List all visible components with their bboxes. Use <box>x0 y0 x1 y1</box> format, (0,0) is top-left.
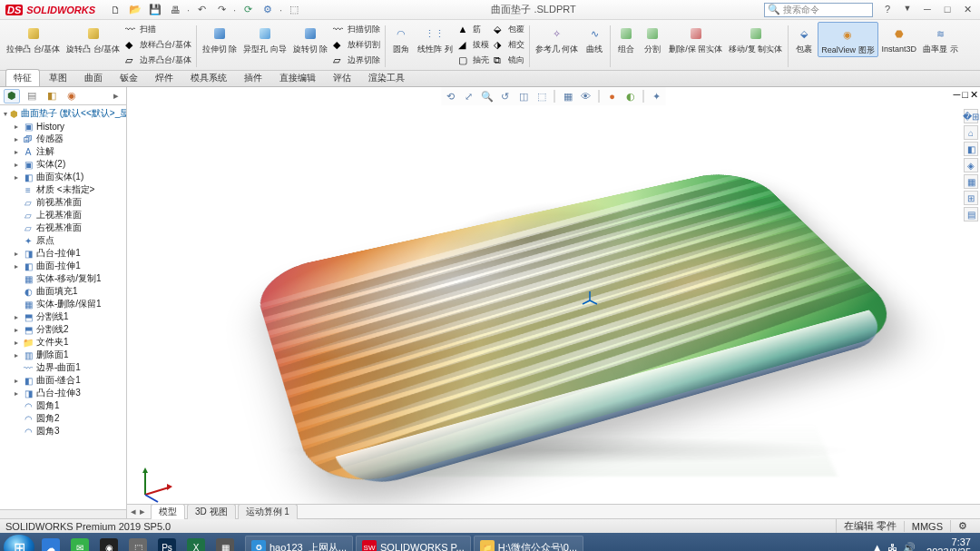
tree-item[interactable]: ▸▣实体(2) <box>0 158 126 171</box>
tree-collapse[interactable]: ▸ <box>110 90 122 102</box>
mtab-3dview[interactable]: 3D 视图 <box>187 504 236 519</box>
taskpane-btn-3[interactable]: ◈ <box>964 158 978 172</box>
tree-item[interactable]: ◠圆角1 <box>0 399 126 412</box>
cmd-extrude-cut[interactable]: 拉伸切 除 <box>200 22 240 55</box>
hud-section-icon[interactable]: ◫ <box>516 89 531 103</box>
pin-app1[interactable]: ⬚ <box>124 536 152 551</box>
pin-baidu[interactable]: ☁ <box>37 536 64 551</box>
cmd-rib[interactable]: ▲筋 <box>458 22 489 37</box>
tree-item[interactable]: ▦实体-删除/保留1 <box>0 298 126 310</box>
cmd-curves[interactable]: ∿曲线 <box>582 22 607 55</box>
cmd-curvature[interactable]: ≋曲率显 示 <box>920 22 961 55</box>
mtab-model[interactable]: 模型 <box>151 504 185 519</box>
hud-scene-icon[interactable]: ◐ <box>623 89 638 103</box>
hud-zoom-fit-icon[interactable]: ⤢ <box>462 89 476 103</box>
qat-save[interactable]: 💾 <box>146 2 164 18</box>
hud-view-orient-icon[interactable]: ⬚ <box>534 89 549 103</box>
doc-close[interactable]: ✕ <box>970 89 978 101</box>
qat-select[interactable]: ⬚ <box>285 2 303 18</box>
tree-item[interactable]: ▸▣History <box>0 120 126 133</box>
task-explorer[interactable]: 📁H:\微信公众号\0... <box>474 536 583 551</box>
tree-item[interactable]: ◐曲面填充1 <box>0 285 126 298</box>
tab-1[interactable]: 草图 <box>41 69 75 86</box>
tree-item[interactable]: ✦原点 <box>0 234 126 247</box>
status-units[interactable]: MMGS <box>904 521 950 532</box>
tree-item[interactable]: 〰边界-曲面1 <box>0 361 126 374</box>
hud-display-style-icon[interactable]: ▦ <box>561 89 575 103</box>
task-solidworks[interactable]: SWSOLIDWORKS P... <box>356 536 471 551</box>
taskpane-btn-2[interactable]: ◧ <box>964 142 978 156</box>
cmd-boundary-cut[interactable]: ▱边界切除 <box>333 53 380 68</box>
tab-9[interactable]: 渲染工具 <box>360 69 413 86</box>
tab-0[interactable]: 特征 <box>5 69 40 86</box>
pin-wechat[interactable]: ✉ <box>66 536 93 551</box>
cmd-draft[interactable]: ◢拔模 <box>458 37 489 53</box>
tab-5[interactable]: 模具系统 <box>182 69 235 86</box>
taskpane-btn-0[interactable]: �⊞ <box>964 109 978 123</box>
status-custom[interactable]: ⚙ <box>950 520 975 532</box>
cmd-combine[interactable]: 组合 <box>613 22 639 55</box>
tray-vol-icon[interactable]: 🔊 <box>903 542 916 552</box>
mtab-motion[interactable]: 运动算例 1 <box>238 504 298 519</box>
tree-item[interactable]: ▸⬒分割线1 <box>0 310 126 323</box>
tree-item[interactable]: ◠圆角3 <box>0 425 126 438</box>
cmd-revolve-boss[interactable]: 旋转凸 台/基体 <box>64 22 122 55</box>
graphics-area[interactable]: ⟲ ⤢ 🔍 ↺ ◫ ⬚ ▦ 👁 ● ◐ ✦ ─ □ ✕ �⊞⌂◧◈▦⊞▤ <box>127 87 980 518</box>
qat-undo[interactable]: ↶ <box>192 2 211 18</box>
task-browser[interactable]: ✪hao123_上网从... <box>245 536 353 551</box>
feature-tree[interactable]: ▾⬢ 曲面垫子 (默认<<默认>_显示状态 1>) ▸▣History▸🗊传感器… <box>0 105 126 509</box>
cmd-move-body[interactable]: 移动/复 制实体 <box>726 22 785 55</box>
tree-item[interactable]: ▱右视基准面 <box>0 221 126 234</box>
cmd-wrap[interactable]: ⬙包覆 <box>494 22 524 37</box>
hud-render-icon[interactable]: ✦ <box>650 89 664 103</box>
tab-2[interactable]: 曲面 <box>76 69 111 86</box>
cmd-mirror[interactable]: ⧉镜向 <box>494 53 524 68</box>
cmd-split[interactable]: 分割 <box>640 22 665 55</box>
hud-orbit-icon[interactable]: ⟲ <box>444 89 458 103</box>
pin-excel[interactable]: X <box>182 536 210 551</box>
qat-options[interactable]: ⚙ <box>259 2 277 18</box>
qat-print[interactable]: 🖶 <box>166 2 184 18</box>
doc-max[interactable]: □ <box>962 89 968 101</box>
tree-item[interactable]: ◠圆角2 <box>0 412 126 425</box>
tree-item[interactable]: ▱前视基准面 <box>0 196 126 209</box>
tree-tab-feature[interactable]: ⬢ <box>4 89 20 103</box>
tab-3[interactable]: 钣金 <box>112 69 146 86</box>
cmd-ref-geom[interactable]: ✧参考几 何体 <box>533 22 582 55</box>
cmd-revolve-cut[interactable]: 旋转切 除 <box>290 22 331 55</box>
tree-tab-display[interactable]: ◉ <box>64 89 80 103</box>
view-triad[interactable] <box>138 466 174 502</box>
tree-item[interactable]: ▸◧曲面-拉伸1 <box>0 260 126 272</box>
help-button[interactable]: ? <box>880 4 895 15</box>
cmd-linear-pattern[interactable]: ⋮⋮线性阵 列 <box>415 22 456 55</box>
cmd-delete-body[interactable]: 删除/保 留实体 <box>666 22 725 55</box>
tree-item[interactable]: ▸📁文件夹1 <box>0 336 126 349</box>
system-tray[interactable]: ▲ 🖧 🔊 7:37 2023/8/25 <box>872 537 976 551</box>
tree-item[interactable]: ▸◨凸台-拉伸3 <box>0 387 126 399</box>
tree-item[interactable]: ▱上视基准面 <box>0 209 126 221</box>
cmd-shell[interactable]: ▢抽壳 <box>458 53 489 68</box>
close-button[interactable]: ✕ <box>960 4 975 15</box>
tab-4[interactable]: 焊件 <box>147 69 181 86</box>
tree-item[interactable]: ▸A注解 <box>0 145 126 158</box>
search-commands[interactable]: 🔍 搜索命令 <box>764 3 873 17</box>
pin-obs[interactable]: ◉ <box>95 536 122 551</box>
qat-open[interactable]: 📂 <box>126 2 144 18</box>
cmd-hole-wizard[interactable]: 异型孔 向导 <box>240 22 289 55</box>
cmd-fillet[interactable]: ◠圆角 <box>388 22 414 55</box>
cmd-intersect[interactable]: ⬗相交 <box>494 37 524 53</box>
tree-item[interactable]: ▸◧曲面-缝合1 <box>0 374 126 387</box>
maximize-button[interactable]: □ <box>940 4 955 15</box>
cmd-sweep-cut[interactable]: 〰扫描切除 <box>333 22 380 37</box>
taskpane-btn-4[interactable]: ▦ <box>964 174 978 189</box>
taskbar-clock[interactable]: 7:37 2023/8/25 <box>921 537 976 551</box>
qat-rebuild[interactable]: ⟳ <box>239 2 257 18</box>
cmd-sweep[interactable]: 〰扫描 <box>125 22 191 37</box>
tree-tab-config[interactable]: ◧ <box>44 89 60 103</box>
cmd-extrude-boss[interactable]: 拉伸凸 台/基体 <box>4 22 63 55</box>
qat-new[interactable]: 🗋 <box>106 2 124 18</box>
tab-6[interactable]: 插件 <box>236 69 270 86</box>
taskpane-btn-1[interactable]: ⌂ <box>964 125 978 140</box>
tree-item[interactable]: ▸◨凸台-拉伸1 <box>0 247 126 260</box>
hud-hide-show-icon[interactable]: 👁 <box>579 89 593 103</box>
